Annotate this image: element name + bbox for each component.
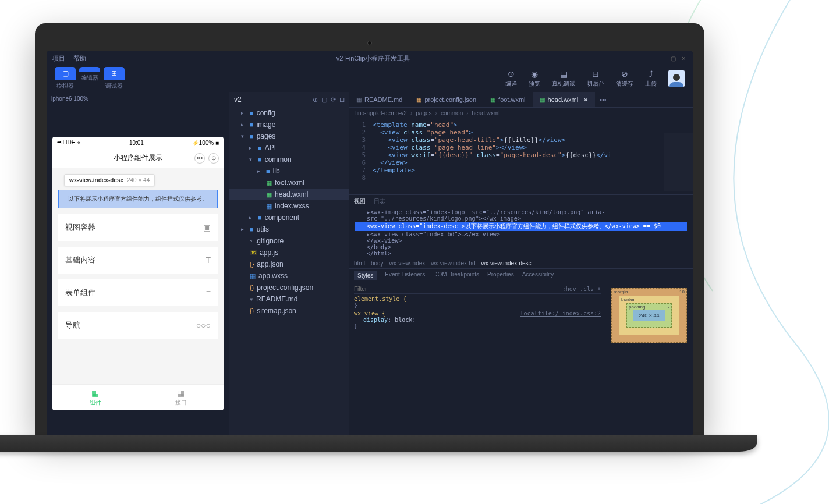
tree-item[interactable]: JSapp.js — [229, 247, 349, 258]
tree-item[interactable]: ▦index.wxss — [229, 200, 349, 212]
refresh-icon[interactable]: ⟳ — [331, 96, 336, 104]
editor-tabs: ▦README.md▦project.config.json▦foot.wxml… — [349, 92, 693, 108]
element-node[interactable]: </body> — [355, 244, 687, 250]
toolbar-action-4[interactable]: ⊘清缓存 — [616, 69, 633, 88]
phone-simulator[interactable]: ••ıl IDE ⟡ 10:01 ⚡100% ■ 小程序组件展示 ••• ⊙ w… — [52, 137, 224, 410]
tree-item[interactable]: ▦head.wxml — [229, 189, 349, 200]
toolbar: ▢模拟器编辑器⊞调试器 ⊙编译◉预览▤真机调试⊟切后台⊘清缓存⤴上传 — [47, 65, 693, 92]
breadcrumb-item[interactable]: common — [441, 110, 463, 116]
menu-help[interactable]: 帮助 — [73, 54, 86, 63]
styles-subtab[interactable]: DOM Breakpoints — [433, 271, 479, 280]
simulator-pane: iphone6 100% ••ıl IDE ⟡ 10:01 ⚡100% ■ 小程… — [47, 92, 229, 435]
css-rule[interactable]: localfile:/_index.css:2wx-view {display:… — [354, 310, 601, 329]
tree-item[interactable]: ▦app.wxss — [229, 270, 349, 282]
tree-item[interactable]: ▸■API — [229, 142, 349, 154]
close-circle-icon[interactable]: ⊙ — [208, 153, 219, 164]
path-segment[interactable]: html — [354, 260, 365, 267]
breadcrumb-item[interactable]: head.wxml — [472, 110, 500, 116]
avatar[interactable] — [668, 70, 685, 87]
styles-subtab[interactable]: Event Listeners — [385, 271, 425, 280]
tree-item[interactable]: ▸■lib — [229, 165, 349, 177]
mode-pill-1[interactable] — [79, 67, 100, 72]
editor-tab[interactable]: ▦README.md — [349, 92, 409, 107]
mode-pill-0[interactable]: ▢ — [55, 67, 76, 80]
toolbar-action-5[interactable]: ⤴上传 — [645, 69, 657, 88]
editor-tab[interactable]: ▦project.config.json — [409, 92, 483, 107]
minimap[interactable] — [664, 133, 693, 191]
element-node[interactable]: ▸<wx-image class="index-logo" src="../re… — [355, 209, 687, 222]
time-label: 10:01 — [129, 140, 144, 146]
elements-panel[interactable]: ▸<wx-image class="index-logo" src="../re… — [349, 208, 693, 258]
devtools-tab-console[interactable]: 日志 — [374, 197, 385, 205]
list-item[interactable]: 基础内容T — [58, 247, 218, 274]
tabs-more-icon[interactable]: ••• — [595, 92, 611, 107]
element-node[interactable]: </wx-view> — [355, 237, 687, 244]
path-segment[interactable]: body — [371, 260, 384, 267]
file-explorer: v2 ⊕ ▢ ⟳ ⊟ ▸■config▸■image▾■pages▸■API▾■… — [229, 92, 349, 435]
breadcrumb-item[interactable]: pages — [416, 110, 431, 116]
collapse-icon[interactable]: ⊟ — [339, 96, 345, 104]
project-name: v2 — [234, 95, 242, 104]
tree-item[interactable]: ▸■config — [229, 107, 349, 119]
list-item[interactable]: 导航○○○ — [58, 312, 218, 339]
box-model-content: 240 × 44 — [633, 310, 665, 321]
laptop-camera — [367, 41, 372, 45]
element-node[interactable]: <wx-view class="index-desc">以下将展示小程序官方组件… — [355, 222, 687, 231]
phone-tabbar: ▦组件▦接口 — [52, 384, 224, 410]
element-node[interactable]: ▸<wx-view class="index-bd">…</wx-view> — [355, 231, 687, 237]
tree-item[interactable]: ▦foot.wxml — [229, 177, 349, 189]
styles-filter-input[interactable] — [354, 286, 559, 292]
devtools: 视图 日志 ▸<wx-image class="index-logo" src=… — [349, 194, 693, 435]
tree-item[interactable]: ▾README.md — [229, 293, 349, 305]
add-rule-icon[interactable]: + — [597, 286, 601, 292]
tree-item[interactable]: {}project.config.json — [229, 282, 349, 293]
code-editor[interactable]: 1<template name="head">2 <view class="pa… — [349, 119, 693, 194]
list-item[interactable]: 视图容器▣ — [58, 214, 218, 241]
path-segment[interactable]: wx-view.index-desc — [481, 260, 531, 267]
tree-item[interactable]: ▾■common — [229, 154, 349, 165]
new-file-icon[interactable]: ⊕ — [313, 96, 318, 104]
window-title: v2-FinClip小程序开发工具 — [94, 54, 652, 63]
mode-pill-2[interactable]: ⊞ — [104, 67, 125, 80]
phone-status-bar: ••ıl IDE ⟡ 10:01 ⚡100% ■ — [52, 137, 224, 148]
phone-navbar: 小程序组件展示 ••• ⊙ — [52, 148, 224, 168]
tree-item[interactable]: ▸■component — [229, 212, 349, 223]
breadcrumbs: fino-applet-demo-v2›pages›common›head.wx… — [349, 108, 693, 119]
toolbar-action-2[interactable]: ▤真机调试 — [552, 69, 575, 88]
tree-item[interactable]: ▫.gitignore — [229, 235, 349, 247]
editor-tab[interactable]: ▦head.wxml✕ — [533, 92, 596, 107]
mode-label: 模拟器 — [56, 82, 74, 90]
close-icon[interactable]: ✕ — [681, 55, 687, 61]
css-rule[interactable]: element.style {} — [354, 296, 601, 308]
styles-subtab[interactable]: Styles — [354, 271, 377, 280]
breadcrumb-item[interactable]: fino-applet-demo-v2 — [355, 110, 407, 116]
phone-tab[interactable]: ▦接口 — [138, 385, 224, 410]
battery-label: ⚡100% ■ — [192, 140, 219, 146]
tree-item[interactable]: {}sitemap.json — [229, 305, 349, 317]
inspect-tooltip: wx-view.index-desc240 × 44 — [64, 174, 155, 186]
tree-item[interactable]: ▸■image — [229, 119, 349, 130]
phone-tab[interactable]: ▦组件 — [52, 385, 138, 410]
path-segment[interactable]: wx-view.index — [389, 260, 426, 267]
hov-toggle[interactable]: :hov .cls — [562, 286, 594, 292]
path-segment[interactable]: wx-view.index-hd — [431, 260, 475, 267]
tree-item[interactable]: ▾■pages — [229, 130, 349, 142]
more-icon[interactable]: ••• — [194, 153, 205, 164]
minimize-icon[interactable]: — — [660, 55, 666, 61]
toolbar-action-3[interactable]: ⊟切后台 — [587, 69, 604, 88]
styles-subtab[interactable]: Properties — [487, 271, 514, 280]
maximize-icon[interactable]: ▢ — [671, 55, 676, 61]
tree-item[interactable]: ▸■utils — [229, 223, 349, 235]
highlighted-element[interactable]: 以下将展示小程序官方组件能力，组件样式仅供参考。 — [58, 190, 218, 208]
element-node[interactable]: </html> — [355, 250, 687, 257]
devtools-tab-elements[interactable]: 视图 — [354, 197, 366, 205]
tree-item[interactable]: {}app.json — [229, 258, 349, 270]
styles-panel[interactable]: :hov .cls + element.style {}</span><span… — [349, 282, 605, 435]
styles-subtab[interactable]: Accessibility — [522, 271, 554, 280]
new-folder-icon[interactable]: ▢ — [321, 96, 327, 104]
menu-project[interactable]: 项目 — [52, 54, 65, 63]
toolbar-action-0[interactable]: ⊙编译 — [505, 69, 517, 88]
toolbar-action-1[interactable]: ◉预览 — [529, 69, 540, 88]
editor-tab[interactable]: ▦foot.wxml — [483, 92, 532, 107]
list-item[interactable]: 表单组件≡ — [58, 279, 218, 306]
